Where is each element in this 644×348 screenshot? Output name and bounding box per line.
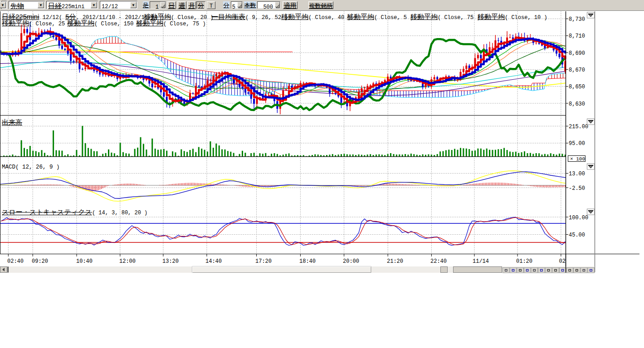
svg-text:MACD( 12, 26, 9 ): MACD( 12, 26, 9 ): [2, 164, 60, 170]
svg-text:09:20: 09:20: [32, 258, 48, 265]
svg-text:8,690: 8,690: [569, 50, 585, 57]
svg-text:-2.50: -2.50: [569, 185, 585, 192]
svg-text:20:00: 20:00: [343, 258, 359, 265]
svg-text:12:00: 12:00: [119, 258, 136, 265]
svg-text:21:20: 21:20: [387, 258, 403, 265]
svg-text:215.00: 215.00: [569, 124, 588, 130]
svg-text:10:40: 10:40: [76, 258, 93, 265]
svg-text:02: 02: [559, 258, 566, 265]
svg-text:02:40: 02:40: [7, 258, 24, 265]
svg-text:8,670: 8,670: [569, 67, 585, 73]
svg-text:8,710: 8,710: [569, 33, 585, 39]
svg-text:13.00: 13.00: [569, 171, 585, 177]
svg-text:8,730: 8,730: [569, 16, 585, 23]
svg-text:14:40: 14:40: [205, 258, 222, 265]
svg-text:11/14: 11/14: [473, 258, 489, 265]
svg-text:8,630: 8,630: [569, 101, 585, 107]
svg-text:95.00: 95.00: [569, 140, 585, 147]
svg-text:13:20: 13:20: [162, 258, 179, 265]
svg-text:01:20: 01:20: [516, 258, 532, 265]
svg-text:17:20: 17:20: [255, 258, 272, 265]
svg-text:100.00: 100.00: [569, 215, 588, 221]
svg-text:45.00: 45.00: [569, 232, 585, 238]
svg-text:22:40: 22:40: [430, 258, 447, 265]
svg-text:× 100: × 100: [570, 156, 585, 162]
svg-text:18:40: 18:40: [299, 258, 316, 265]
svg-text:8,650: 8,650: [569, 84, 585, 90]
